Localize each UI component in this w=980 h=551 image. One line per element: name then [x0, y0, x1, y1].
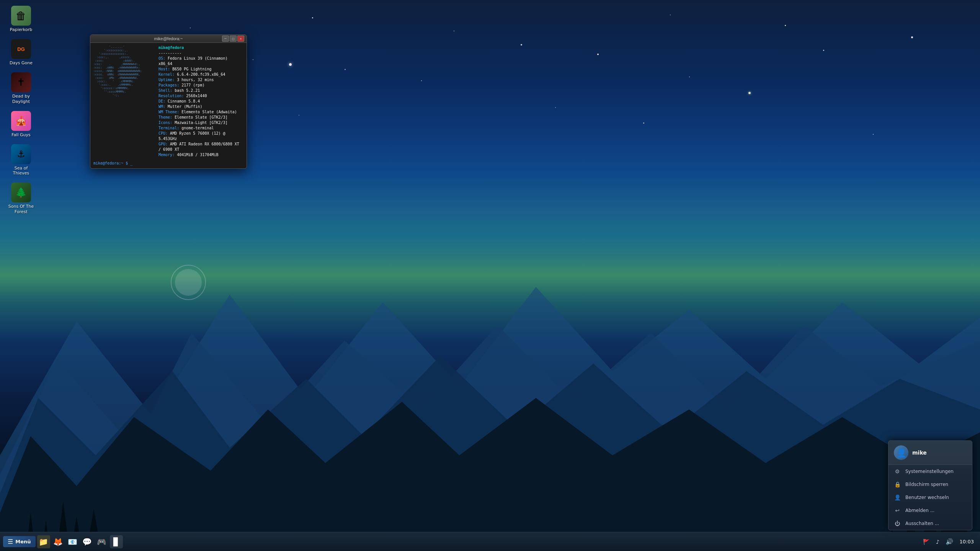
terminal-titlebar: mike@fedora:~ ─ □ ✕: [90, 35, 247, 43]
taskbar: ☰ Menü 📁 🦊 📧 💬 🎮 ▊ 🚩 ♪ 🔊 10:03: [0, 532, 980, 551]
dbd-icon-img: ✝: [11, 72, 31, 92]
benutzer-wechseln-icon: 👤: [894, 494, 901, 500]
files-icon: 📁: [39, 537, 48, 546]
terminal-maximize-button[interactable]: □: [230, 36, 237, 42]
fallguys-icon-img: 🎪: [11, 111, 31, 131]
desktop-icon-fallguys[interactable]: 🎪 Fall Guys: [4, 109, 38, 139]
ausschalten-icon: ⏻: [894, 520, 901, 527]
taskbar-files-button[interactable]: 📁: [37, 535, 50, 548]
tray-music-icon[interactable]: ♪: [934, 538, 942, 546]
terminal-sysinfo: mike@fedora ---------- OS: Fedora Linux …: [158, 45, 243, 158]
terminal-body[interactable]: '.......' ':ccccccccc:,. ':ccccccccccccc…: [90, 43, 247, 168]
fallguys-icon-label: Fall Guys: [11, 132, 30, 137]
steam-icon: 🎮: [97, 537, 106, 546]
user-menu-abmelden[interactable]: ↩ Abmelden ...: [889, 504, 972, 517]
user-menu-popup: 👤 mike ⚙ Systemeinstellungen 🔒 Bildschir…: [888, 440, 972, 530]
terminal-title: mike@fedora:~: [154, 36, 183, 41]
desktop-icon-sotf[interactable]: 🌲 Sons Of The Forest: [4, 181, 38, 216]
ausschalten-label: Ausschalten ...: [905, 521, 939, 526]
terminal-close-button[interactable]: ✕: [237, 36, 244, 42]
taskbar-terminal-button[interactable]: ▊: [110, 535, 123, 548]
sotf-icon-label: Sons Of The Forest: [6, 204, 36, 214]
taskbar-steam-button[interactable]: 🎮: [95, 535, 108, 548]
systemeinstellungen-icon: ⚙: [894, 468, 901, 474]
bildschirm-sperren-icon: 🔒: [894, 481, 901, 487]
sot-icon-img: ⚓: [11, 144, 31, 164]
desktop-icons-container: 🗑 Papierkorb DG Days Gone ✝ Dead by Dayl…: [0, 0, 42, 223]
terminal-prompt-line: mike@fedora:~ $ _: [93, 161, 243, 166]
daysgone-icon-img: DG: [11, 39, 31, 59]
desktop-icon-daysgone[interactable]: DG Days Gone: [4, 37, 38, 67]
terminal-ascii-art: '.......' ':ccccccccc:,. ':ccccccccccccc…: [93, 45, 155, 158]
desktop-icon-trash[interactable]: 🗑 Papierkorb: [4, 4, 38, 34]
benutzer-wechseln-label: Benutzer wechseln: [905, 495, 949, 500]
taskbar-firefox-button[interactable]: 🦊: [52, 535, 65, 548]
user-menu-ausschalten[interactable]: ⏻ Ausschalten ...: [889, 517, 972, 530]
terminal-icon: ▊: [113, 537, 119, 546]
terminal-controls: ─ □ ✕: [222, 36, 244, 42]
taskbar-right: 🚩 ♪ 🔊 10:03: [922, 538, 977, 546]
sot-icon-label: Sea of Thieves: [6, 166, 36, 176]
tray-sound-icon[interactable]: 🔊: [945, 538, 954, 546]
menu-label: Menü: [15, 539, 31, 544]
tray-flag-icon[interactable]: 🚩: [922, 538, 931, 546]
firefox-icon: 🦊: [53, 537, 63, 546]
user-menu-benutzer-wechseln[interactable]: 👤 Benutzer wechseln: [889, 491, 972, 504]
user-avatar: 👤: [894, 445, 908, 460]
thunderbird-icon: 📧: [68, 537, 77, 546]
taskbar-clock: 10:03: [957, 539, 977, 544]
dbd-icon-label: Dead by Daylight: [6, 94, 36, 104]
trash-icon-img: 🗑: [11, 6, 31, 26]
taskbar-thunderbird-button[interactable]: 📧: [66, 535, 79, 548]
desktop-icon-dbd[interactable]: ✝ Dead by Daylight: [4, 70, 38, 106]
user-menu-header: 👤 mike: [889, 441, 972, 465]
discord-icon: 💬: [82, 537, 92, 546]
user-display-name: mike: [912, 450, 927, 456]
daysgone-icon-label: Days Gone: [10, 60, 33, 65]
menu-icon: ☰: [8, 538, 13, 545]
user-menu-bildschirm-sperren[interactable]: 🔒 Bildschirm sperren: [889, 478, 972, 491]
terminal-minimize-button[interactable]: ─: [222, 36, 229, 42]
taskbar-discord-button[interactable]: 💬: [81, 535, 94, 548]
sotf-icon-img: 🌲: [11, 183, 31, 202]
bildschirm-sperren-label: Bildschirm sperren: [905, 482, 948, 487]
trash-icon-label: Papierkorb: [10, 27, 32, 32]
abmelden-label: Abmelden ...: [905, 508, 934, 513]
taskbar-menu-button[interactable]: ☰ Menü: [3, 536, 36, 547]
user-menu-systemeinstellungen[interactable]: ⚙ Systemeinstellungen: [889, 465, 972, 478]
systemeinstellungen-label: Systemeinstellungen: [905, 469, 954, 474]
abmelden-icon: ↩: [894, 507, 901, 514]
desktop-icon-sot[interactable]: ⚓ Sea of Thieves: [4, 142, 38, 178]
terminal-window: mike@fedora:~ ─ □ ✕ '.......' ':cccccccc…: [90, 34, 247, 169]
